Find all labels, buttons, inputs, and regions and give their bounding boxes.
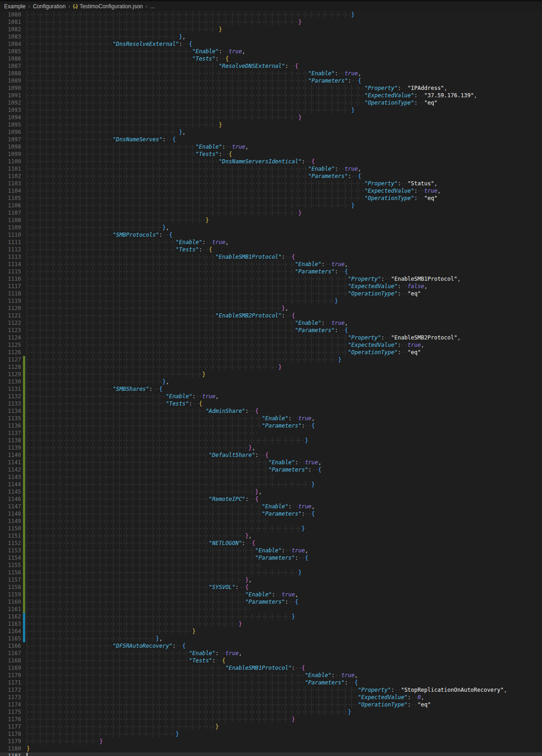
code-line[interactable]: 1085····································… <box>0 48 542 55</box>
code-line[interactable]: 1100····································… <box>0 158 542 165</box>
line-number[interactable]: 1146 <box>0 495 21 503</box>
line-number[interactable]: 1165 <box>0 635 21 642</box>
code-line[interactable]: 1104····································… <box>0 187 542 195</box>
code-line[interactable]: 1172····································… <box>0 686 542 694</box>
code-line[interactable]: 1142····································… <box>0 466 542 473</box>
code-line[interactable]: 1177····································… <box>0 723 542 730</box>
code-line[interactable]: 1136····································… <box>0 422 542 429</box>
breadcrumb-item-folder[interactable]: Example <box>4 3 26 10</box>
code-line[interactable]: 1098····································… <box>0 143 542 150</box>
code-line[interactable]: 1107····································… <box>0 209 542 217</box>
line-number[interactable]: 1134 <box>0 407 21 415</box>
line-number[interactable]: 1148 <box>0 510 21 517</box>
code-line[interactable]: 1093····································… <box>0 106 542 114</box>
line-number[interactable]: 1102 <box>0 172 21 180</box>
line-number[interactable]: 1105 <box>0 195 21 202</box>
code-line[interactable]: 1124····································… <box>0 334 542 341</box>
line-number[interactable]: 1092 <box>0 99 21 106</box>
line-number[interactable]: 1174 <box>0 701 21 708</box>
code-line[interactable]: 1162····································… <box>0 613 542 620</box>
code-line[interactable]: 1133····································… <box>0 400 542 407</box>
line-number[interactable]: 1176 <box>0 716 21 723</box>
code-line[interactable]: 1169····································… <box>0 664 542 672</box>
line-number[interactable]: 1127 <box>0 356 21 363</box>
line-number[interactable]: 1157 <box>0 576 21 584</box>
code-line[interactable]: 1138····································… <box>0 437 542 444</box>
code-line[interactable]: 1121····································… <box>0 312 542 319</box>
code-line[interactable]: 1094····································… <box>0 114 542 121</box>
code-line[interactable]: 1113····································… <box>0 253 542 261</box>
code-line[interactable]: 1139····································… <box>0 444 542 451</box>
code-line[interactable]: 1154····································… <box>0 554 542 561</box>
line-number[interactable]: 1095 <box>0 121 21 128</box>
line-number[interactable]: 1164 <box>0 628 21 635</box>
code-line[interactable]: 1109····································… <box>0 224 542 231</box>
code-line[interactable]: 1128····································… <box>0 363 542 371</box>
line-number[interactable]: 1108 <box>0 217 21 224</box>
code-line[interactable]: 1091····································… <box>0 92 542 99</box>
code-line[interactable]: 1111····································… <box>0 239 542 246</box>
code-line[interactable]: 1118····································… <box>0 290 542 297</box>
line-number[interactable]: 1163 <box>0 620 21 628</box>
code-line[interactable]: 1119····································… <box>0 297 542 305</box>
code-line[interactable]: 1150····································… <box>0 525 542 532</box>
line-number[interactable]: 1169 <box>0 664 21 672</box>
line-number[interactable]: 1097 <box>0 136 21 143</box>
line-number[interactable]: 1103 <box>0 180 21 187</box>
code-line[interactable]: 1099····································… <box>0 150 542 158</box>
code-line[interactable]: 1105····································… <box>0 195 542 202</box>
line-number[interactable]: 1085 <box>0 48 21 55</box>
code-line[interactable]: 1155····································… <box>0 561 542 569</box>
line-number[interactable]: 1149 <box>0 517 21 525</box>
code-line[interactable]: 1178····································… <box>0 730 542 738</box>
code-line[interactable]: 1158····································… <box>0 584 542 591</box>
line-number[interactable]: 1154 <box>0 554 21 561</box>
code-line[interactable]: 1114····································… <box>0 261 542 268</box>
editor[interactable]: 1080····································… <box>0 11 542 756</box>
line-number[interactable]: 1150 <box>0 525 21 532</box>
code-line[interactable]: 1164····································… <box>0 628 542 635</box>
line-number[interactable]: 1132 <box>0 393 21 400</box>
code-line[interactable]: 1163····································… <box>0 620 542 628</box>
line-number[interactable]: 1177 <box>0 723 21 730</box>
code-line[interactable]: 1174····································… <box>0 701 542 708</box>
code-line[interactable]: 1084··························"DnsResolv… <box>0 40 542 48</box>
code-line[interactable]: 1083····································… <box>0 33 542 40</box>
line-number[interactable]: 1158 <box>0 584 21 591</box>
line-number[interactable]: 1156 <box>0 569 21 576</box>
code-line[interactable]: 1141····································… <box>0 459 542 466</box>
line-number[interactable]: 1111 <box>0 239 21 246</box>
code-line[interactable]: 1123····································… <box>0 327 542 334</box>
line-number[interactable]: 1152 <box>0 539 21 547</box>
code-line[interactable]: 1137····································… <box>0 429 542 437</box>
code-line[interactable]: 1146····································… <box>0 495 542 503</box>
line-number[interactable]: 1089 <box>0 77 21 84</box>
code-line[interactable]: 1080····································… <box>0 11 542 18</box>
line-number[interactable]: 1166 <box>0 642 21 650</box>
code-line[interactable]: 1131··························"SMBShares… <box>0 385 542 393</box>
code-line[interactable]: 1102····································… <box>0 172 542 180</box>
line-number[interactable]: 1175 <box>0 708 21 716</box>
code-line[interactable]: 1143····································… <box>0 473 542 481</box>
code-line[interactable]: 1148····································… <box>0 510 542 517</box>
code-line[interactable]: 1165····································… <box>0 635 542 642</box>
code-line[interactable]: 1103····································… <box>0 180 542 187</box>
line-number[interactable]: 1139 <box>0 444 21 451</box>
line-number[interactable]: 1109 <box>0 224 21 231</box>
code-line[interactable]: 1145····································… <box>0 488 542 495</box>
code-line[interactable]: 1161····································… <box>0 606 542 613</box>
code-line[interactable]: 1092····································… <box>0 99 542 106</box>
code-line[interactable]: 1086····································… <box>0 55 542 62</box>
line-number[interactable]: 1133 <box>0 400 21 407</box>
line-number[interactable]: 1167 <box>0 650 21 657</box>
line-number[interactable]: 1101 <box>0 165 21 172</box>
line-number[interactable]: 1115 <box>0 268 21 275</box>
code-line[interactable]: 1147····································… <box>0 503 542 510</box>
line-number[interactable]: 1086 <box>0 55 21 62</box>
code-line[interactable]: 1166··························"DFSRAutoR… <box>0 642 542 650</box>
code-line[interactable]: 1122····································… <box>0 319 542 327</box>
line-number[interactable]: 1094 <box>0 114 21 121</box>
code-line[interactable]: 1153····································… <box>0 547 542 554</box>
code-line[interactable]: 1168····································… <box>0 657 542 664</box>
line-number[interactable]: 1096 <box>0 128 21 136</box>
